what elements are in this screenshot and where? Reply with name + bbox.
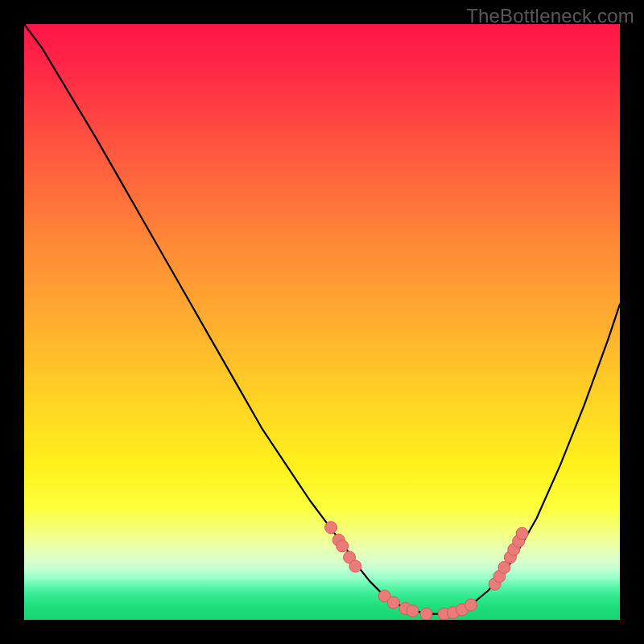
heat-gradient-background: [24, 24, 620, 620]
attribution-label: TheBottleneck.com: [466, 5, 634, 27]
chart-frame: TheBottleneck.com: [0, 0, 644, 644]
plot-area: [24, 24, 620, 620]
